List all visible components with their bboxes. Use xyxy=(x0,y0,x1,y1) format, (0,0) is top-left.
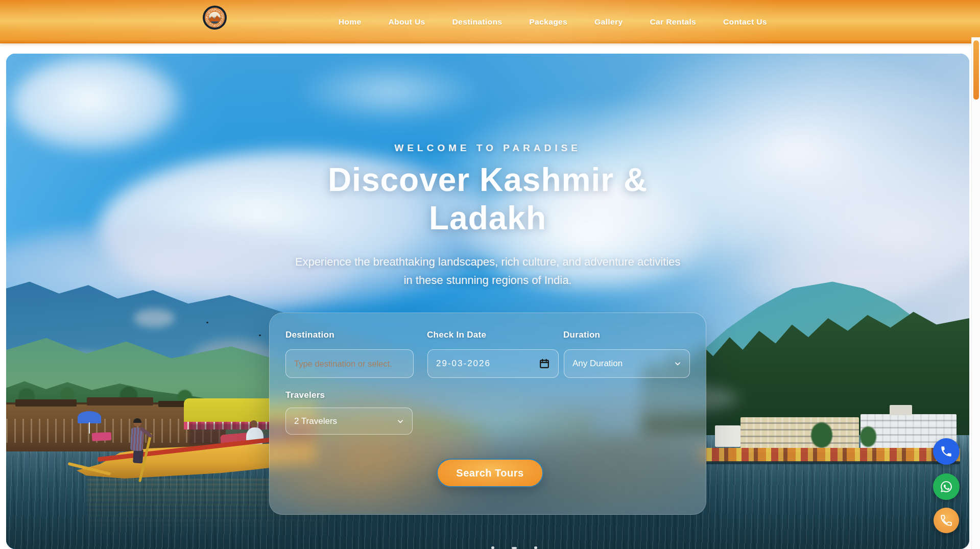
checkin-date-value: 29-03-2026 xyxy=(436,359,491,369)
destination-input[interactable] xyxy=(286,350,413,377)
next-section-peek xyxy=(491,546,494,549)
tour-search-card: Destination Check In Date 29-03-2026 Dur… xyxy=(269,313,706,515)
main-nav: Home About Us Destinations Packages Gall… xyxy=(339,0,767,43)
next-section-peek xyxy=(534,546,537,549)
search-tours-button[interactable]: Search Tours xyxy=(437,459,543,487)
bird xyxy=(206,322,208,323)
boatman-head xyxy=(133,418,141,426)
mountain-snow-patch xyxy=(134,309,175,327)
hotel-building xyxy=(740,417,859,452)
chevron-down-icon xyxy=(674,360,681,367)
travelers-select[interactable]: 2 Travelers xyxy=(285,408,413,435)
nav-item-destinations[interactable]: Destinations xyxy=(452,17,503,27)
chevron-down-icon xyxy=(397,418,404,425)
brand-logo[interactable] xyxy=(203,6,227,30)
page-title-line2: Ladakh xyxy=(429,200,546,236)
destination-field[interactable] xyxy=(285,349,414,378)
checkin-label: Check In Date xyxy=(427,330,486,340)
page: Home About Us Destinations Packages Gall… xyxy=(0,0,980,549)
bird xyxy=(259,335,261,336)
next-section-peek xyxy=(512,547,517,549)
scrollbar-thumb[interactable] xyxy=(973,40,979,100)
nav-item-car-rentals[interactable]: Car Rentals xyxy=(650,17,697,27)
page-title: Discover Kashmir & Ladakh xyxy=(6,161,969,237)
call-fab[interactable] xyxy=(933,438,960,465)
page-title-line1: Discover Kashmir & xyxy=(328,161,648,198)
passenger-head xyxy=(250,420,257,427)
nav-item-contact[interactable]: Contact Us xyxy=(723,17,767,27)
travelers-value: 2 Travelers xyxy=(294,416,337,426)
travelers-label: Travelers xyxy=(285,390,325,400)
scrollbar-track[interactable] xyxy=(971,37,980,549)
shore-tree xyxy=(860,426,876,447)
hero-text-block: WELCOME TO PARADISE Discover Kashmir & L… xyxy=(6,54,969,290)
phone-alt-fab[interactable] xyxy=(934,508,959,533)
checkin-date-input[interactable]: 29-03-2026 xyxy=(427,349,559,378)
hero-subtitle: Experience the breathtaking landscapes, … xyxy=(294,253,682,290)
houseboat-roof xyxy=(15,399,77,407)
hotel-rooftop xyxy=(890,405,912,415)
pink-roof xyxy=(92,432,112,441)
docked-shikara-row xyxy=(699,448,960,462)
houseboat-roof xyxy=(87,397,153,405)
duration-value: Any Duration xyxy=(572,359,623,369)
hero-section: WELCOME TO PARADISE Discover Kashmir & L… xyxy=(6,54,969,549)
calendar-icon xyxy=(539,358,550,369)
logo-mountain-scene xyxy=(209,12,221,23)
nav-item-packages[interactable]: Packages xyxy=(530,17,568,27)
whatsapp-fab[interactable] xyxy=(933,473,960,500)
nav-item-about[interactable]: About Us xyxy=(389,17,425,27)
nav-item-gallery[interactable]: Gallery xyxy=(594,17,623,27)
hero-kicker: WELCOME TO PARADISE xyxy=(6,142,969,154)
phone-outline-icon xyxy=(940,514,953,527)
destination-label: Destination xyxy=(285,330,334,340)
blue-umbrella xyxy=(78,411,101,423)
top-navbar: Home About Us Destinations Packages Gall… xyxy=(0,0,980,43)
phone-icon xyxy=(940,445,953,458)
duration-select[interactable]: Any Duration xyxy=(564,349,690,378)
nav-item-home[interactable]: Home xyxy=(339,17,362,27)
lakeside-sign xyxy=(715,425,740,447)
whatsapp-icon xyxy=(940,480,953,493)
shore-tree xyxy=(811,422,832,448)
logo-ring xyxy=(205,8,225,28)
duration-label: Duration xyxy=(563,330,600,340)
